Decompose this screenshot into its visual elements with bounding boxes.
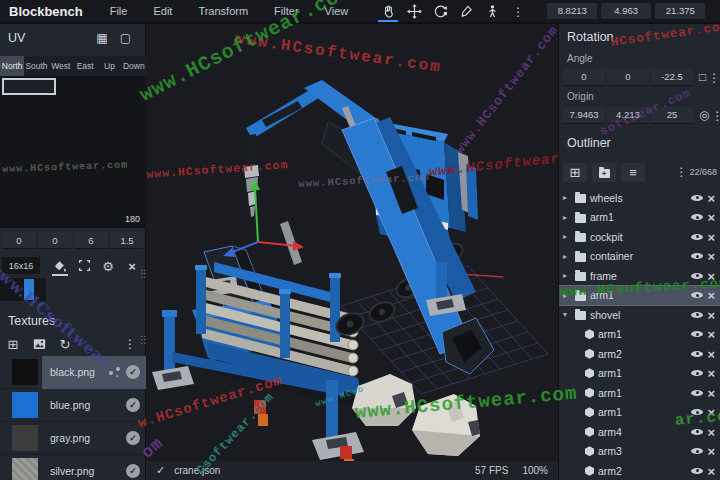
outliner-more-button[interactable] xyxy=(675,165,687,179)
current-color-swatch[interactable] xyxy=(24,279,34,300)
outliner-item-cockpit[interactable]: cockpit xyxy=(559,227,720,247)
chevron-down-icon[interactable] xyxy=(563,310,571,319)
outliner-item-cube[interactable]: arm3 xyxy=(559,442,720,462)
eye-icon[interactable] xyxy=(691,212,703,223)
menu-view[interactable]: View xyxy=(312,0,362,22)
cross-icon[interactable] xyxy=(707,423,715,441)
texture-item-blue[interactable]: blue.png xyxy=(0,389,146,422)
eye-icon[interactable] xyxy=(691,251,703,262)
rotation-space-toggle-icon[interactable]: □ xyxy=(699,70,706,84)
cross-icon[interactable] xyxy=(707,442,715,460)
outliner-item-shovel[interactable]: shovel xyxy=(559,305,720,325)
outliner-item-cube[interactable]: arm2 xyxy=(559,461,720,480)
outliner-item-wheels[interactable]: wheels xyxy=(559,188,720,208)
viewport-3d-scene[interactable] xyxy=(146,24,558,461)
toolbar-more-button[interactable] xyxy=(505,0,531,22)
chevron-right-icon[interactable] xyxy=(563,291,571,300)
pose-tool-button[interactable] xyxy=(479,0,505,22)
position-z-field[interactable]: 21.375 xyxy=(655,3,705,20)
uv-width-field[interactable]: 6 xyxy=(74,232,108,249)
cross-icon[interactable] xyxy=(707,306,715,324)
panel-drag-handle[interactable] xyxy=(137,268,147,279)
chevron-right-icon[interactable] xyxy=(563,213,571,222)
eye-icon[interactable] xyxy=(691,426,703,437)
gizmo-y-axis-arrow[interactable] xyxy=(255,188,258,242)
chevron-right-icon[interactable] xyxy=(563,271,571,280)
tab-west[interactable]: West xyxy=(49,56,73,76)
origin-z-field[interactable]: 25 xyxy=(651,107,693,124)
outliner-item-cube[interactable]: arm1 xyxy=(559,325,720,345)
origin-more-button[interactable] xyxy=(711,106,720,124)
outliner-item-cube[interactable]: arm2 xyxy=(559,344,720,364)
position-y-field[interactable]: 4.963 xyxy=(601,3,651,20)
texture-item-black[interactable]: black.png xyxy=(0,356,146,389)
menu-transform[interactable]: Transform xyxy=(185,0,261,22)
cross-icon[interactable] xyxy=(707,384,715,402)
cross-icon[interactable] xyxy=(707,462,715,480)
eye-icon[interactable] xyxy=(691,329,703,340)
menu-filter[interactable]: Filter xyxy=(261,0,311,22)
rotate-tool-button[interactable] xyxy=(427,0,453,22)
texture-enabled-check-icon[interactable] xyxy=(126,431,140,445)
outliner-item-cube[interactable]: arm4 xyxy=(559,422,720,442)
reload-textures-button[interactable] xyxy=(52,337,78,352)
cross-icon[interactable] xyxy=(707,325,715,343)
eye-icon[interactable] xyxy=(691,290,703,301)
angle-z-field[interactable]: -22.5 xyxy=(651,69,693,86)
tab-east[interactable]: East xyxy=(73,56,97,76)
eye-icon[interactable] xyxy=(691,368,703,379)
outliner-item-arm1-selected[interactable]: arm1 xyxy=(559,286,720,306)
outliner-item-cube[interactable]: arm1 xyxy=(559,403,720,423)
create-texture-button[interactable] xyxy=(0,337,26,352)
eye-icon[interactable] xyxy=(691,192,703,203)
cross-icon[interactable] xyxy=(707,364,715,382)
tab-south[interactable]: South xyxy=(24,56,48,76)
eye-icon[interactable] xyxy=(691,465,703,476)
expand-uv-button[interactable] xyxy=(72,255,96,276)
panel-drag-handle[interactable] xyxy=(137,334,147,345)
uv-editor-canvas[interactable]: 180 xyxy=(0,76,146,228)
angle-more-button[interactable] xyxy=(708,68,720,86)
add-group-button[interactable] xyxy=(592,163,616,182)
cross-icon[interactable] xyxy=(707,345,715,363)
sort-outliner-button[interactable] xyxy=(621,163,645,182)
uv-selection-box[interactable] xyxy=(2,78,56,95)
uv-y-field[interactable]: 0 xyxy=(38,232,72,249)
origin-x-field[interactable]: 7.9463 xyxy=(563,107,605,124)
eye-icon[interactable] xyxy=(691,270,703,281)
tab-north[interactable]: North xyxy=(0,56,24,76)
menu-file[interactable]: File xyxy=(97,0,141,22)
tab-up[interactable]: Up xyxy=(97,56,121,76)
position-x-field[interactable]: 8.8213 xyxy=(547,3,597,20)
import-texture-button[interactable] xyxy=(26,338,52,350)
eye-icon[interactable] xyxy=(691,407,703,418)
outliner-item-arm1[interactable]: arm1 xyxy=(559,208,720,228)
outliner-item-container[interactable]: container xyxy=(559,247,720,267)
brush-tool-button[interactable] xyxy=(453,0,479,22)
menu-edit[interactable]: Edit xyxy=(140,0,185,22)
cross-icon[interactable] xyxy=(707,267,715,285)
cross-icon[interactable] xyxy=(707,247,715,265)
texture-enabled-check-icon[interactable] xyxy=(126,398,140,412)
uv-x-field[interactable]: 0 xyxy=(2,232,36,249)
outliner-item-cube[interactable]: arm1 xyxy=(559,364,720,384)
paint-bucket-button[interactable] xyxy=(48,255,72,276)
viewport-3d[interactable]: crane.json 57 FPS 100% xyxy=(146,24,558,480)
project-filename[interactable]: crane.json xyxy=(174,465,220,476)
move-tool-button[interactable] xyxy=(401,0,427,22)
eye-icon[interactable] xyxy=(691,348,703,359)
transform-gizmo[interactable] xyxy=(223,179,304,257)
origin-focus-icon[interactable]: ◎ xyxy=(699,108,709,122)
tab-down[interactable]: Down xyxy=(122,56,146,76)
maximize-panel-icon[interactable]: ▢ xyxy=(114,31,137,45)
eye-icon[interactable] xyxy=(691,231,703,242)
eye-icon[interactable] xyxy=(691,309,703,320)
color-preview-strip[interactable] xyxy=(0,278,46,301)
add-cube-button[interactable] xyxy=(563,163,587,182)
cross-icon[interactable] xyxy=(707,189,715,207)
grid-view-icon[interactable]: ▦ xyxy=(90,31,113,45)
auto-uv-button[interactable] xyxy=(96,255,120,276)
uv-height-field[interactable]: 1.5 xyxy=(110,232,144,249)
texture-item-silver[interactable]: silver.png xyxy=(0,455,146,480)
rocks[interactable] xyxy=(352,374,480,456)
